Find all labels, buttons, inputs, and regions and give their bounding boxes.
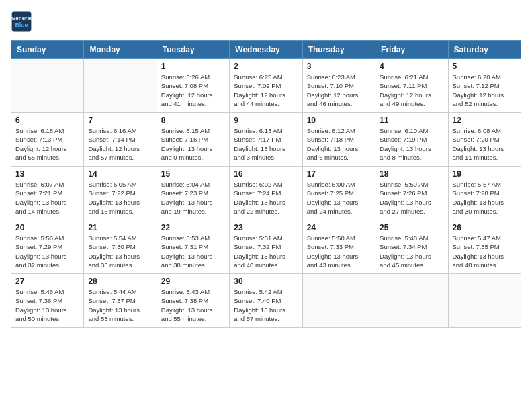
day-number: 20 (15, 223, 79, 232)
day-number: 23 (234, 223, 298, 232)
calendar-cell: 24Sunrise: 5:50 AM Sunset: 7:33 PM Dayli… (302, 220, 375, 274)
calendar-cell (302, 274, 375, 328)
day-info: Sunrise: 6:04 AM Sunset: 7:23 PM Dayligh… (161, 180, 225, 216)
calendar-cell (448, 274, 521, 328)
calendar-cell: 7Sunrise: 6:16 AM Sunset: 7:14 PM Daylig… (84, 113, 157, 167)
week-row-2: 6Sunrise: 6:18 AM Sunset: 7:13 PM Daylig… (11, 113, 521, 167)
calendar-cell: 3Sunrise: 6:23 AM Sunset: 7:10 PM Daylig… (302, 59, 375, 113)
day-info: Sunrise: 5:54 AM Sunset: 7:30 PM Dayligh… (88, 234, 152, 269)
calendar-cell (11, 59, 84, 113)
calendar-cell: 10Sunrise: 6:12 AM Sunset: 7:18 PM Dayli… (302, 113, 375, 167)
calendar-body: 1Sunrise: 6:26 AM Sunset: 7:08 PM Daylig… (11, 59, 521, 328)
day-number: 18 (380, 169, 443, 179)
calendar-cell: 27Sunrise: 5:46 AM Sunset: 7:36 PM Dayli… (11, 274, 84, 328)
day-info: Sunrise: 6:25 AM Sunset: 7:09 PM Dayligh… (234, 73, 298, 108)
calendar-cell: 5Sunrise: 6:20 AM Sunset: 7:12 PM Daylig… (448, 59, 521, 113)
calendar-cell: 14Sunrise: 6:05 AM Sunset: 7:22 PM Dayli… (84, 167, 157, 220)
day-info: Sunrise: 5:59 AM Sunset: 7:26 PM Dayligh… (380, 180, 443, 216)
logo: General Blue (11, 11, 32, 32)
week-row-1: 1Sunrise: 6:26 AM Sunset: 7:08 PM Daylig… (11, 59, 521, 113)
day-number: 7 (88, 116, 152, 125)
weekday-header-sunday: Sunday (11, 41, 84, 59)
day-number: 29 (161, 277, 225, 286)
calendar-cell (84, 59, 157, 113)
day-info: Sunrise: 6:18 AM Sunset: 7:13 PM Dayligh… (15, 126, 79, 162)
day-number: 22 (161, 223, 225, 232)
calendar-cell: 15Sunrise: 6:04 AM Sunset: 7:23 PM Dayli… (157, 167, 229, 220)
day-info: Sunrise: 5:44 AM Sunset: 7:37 PM Dayligh… (88, 287, 152, 323)
day-info: Sunrise: 5:51 AM Sunset: 7:32 PM Dayligh… (234, 234, 298, 269)
calendar-cell: 25Sunrise: 5:48 AM Sunset: 7:34 PM Dayli… (375, 220, 448, 274)
day-info: Sunrise: 5:47 AM Sunset: 7:35 PM Dayligh… (453, 234, 517, 269)
calendar-table: SundayMondayTuesdayWednesdayThursdayFrid… (11, 40, 521, 328)
day-number: 2 (234, 62, 298, 71)
day-number: 21 (88, 223, 152, 232)
calendar-cell: 1Sunrise: 6:26 AM Sunset: 7:08 PM Daylig… (157, 59, 229, 113)
day-number: 5 (453, 62, 517, 71)
calendar-cell: 6Sunrise: 6:18 AM Sunset: 7:13 PM Daylig… (11, 113, 84, 167)
day-info: Sunrise: 6:20 AM Sunset: 7:12 PM Dayligh… (453, 73, 517, 108)
day-number: 28 (88, 277, 152, 286)
day-info: Sunrise: 5:57 AM Sunset: 7:28 PM Dayligh… (453, 180, 517, 216)
day-info: Sunrise: 5:42 AM Sunset: 7:40 PM Dayligh… (234, 287, 298, 323)
calendar-cell: 11Sunrise: 6:10 AM Sunset: 7:19 PM Dayli… (375, 113, 448, 167)
day-number: 3 (307, 62, 371, 71)
day-info: Sunrise: 6:21 AM Sunset: 7:11 PM Dayligh… (380, 73, 443, 108)
calendar-cell: 28Sunrise: 5:44 AM Sunset: 7:37 PM Dayli… (84, 274, 157, 328)
day-info: Sunrise: 5:48 AM Sunset: 7:34 PM Dayligh… (380, 234, 443, 269)
calendar-cell: 8Sunrise: 6:15 AM Sunset: 7:16 PM Daylig… (157, 113, 229, 167)
day-number: 9 (234, 116, 298, 125)
calendar-cell: 23Sunrise: 5:51 AM Sunset: 7:32 PM Dayli… (230, 220, 302, 274)
day-number: 13 (15, 169, 79, 179)
weekday-header-wednesday: Wednesday (230, 41, 302, 59)
calendar-cell: 18Sunrise: 5:59 AM Sunset: 7:26 PM Dayli… (375, 167, 448, 220)
weekday-header-saturday: Saturday (448, 41, 521, 59)
weekday-header-monday: Monday (84, 41, 157, 59)
weekday-header-row: SundayMondayTuesdayWednesdayThursdayFrid… (11, 41, 521, 59)
day-number: 1 (161, 62, 225, 71)
day-number: 14 (88, 169, 152, 179)
day-info: Sunrise: 5:43 AM Sunset: 7:38 PM Dayligh… (161, 287, 225, 323)
day-info: Sunrise: 5:46 AM Sunset: 7:36 PM Dayligh… (15, 287, 79, 323)
day-info: Sunrise: 6:26 AM Sunset: 7:08 PM Dayligh… (161, 73, 225, 108)
day-info: Sunrise: 6:16 AM Sunset: 7:14 PM Dayligh… (88, 126, 152, 162)
calendar-cell: 26Sunrise: 5:47 AM Sunset: 7:35 PM Dayli… (448, 220, 521, 274)
logo-icon: General Blue (11, 11, 32, 32)
day-number: 19 (453, 169, 517, 179)
day-info: Sunrise: 5:56 AM Sunset: 7:29 PM Dayligh… (15, 234, 79, 269)
calendar-cell (375, 274, 448, 328)
day-info: Sunrise: 6:05 AM Sunset: 7:22 PM Dayligh… (88, 180, 152, 216)
svg-text:General: General (11, 15, 32, 21)
day-info: Sunrise: 6:12 AM Sunset: 7:18 PM Dayligh… (307, 126, 371, 162)
calendar-cell: 2Sunrise: 6:25 AM Sunset: 7:09 PM Daylig… (230, 59, 302, 113)
day-number: 26 (453, 223, 517, 232)
day-info: Sunrise: 6:07 AM Sunset: 7:21 PM Dayligh… (15, 180, 79, 216)
day-number: 30 (234, 277, 298, 286)
calendar-cell: 20Sunrise: 5:56 AM Sunset: 7:29 PM Dayli… (11, 220, 84, 274)
calendar-cell: 9Sunrise: 6:13 AM Sunset: 7:17 PM Daylig… (230, 113, 302, 167)
day-info: Sunrise: 6:13 AM Sunset: 7:17 PM Dayligh… (234, 126, 298, 162)
day-number: 10 (307, 116, 371, 125)
page-header: General Blue (11, 11, 521, 32)
weekday-header-tuesday: Tuesday (157, 41, 229, 59)
calendar-cell: 12Sunrise: 6:08 AM Sunset: 7:20 PM Dayli… (448, 113, 521, 167)
calendar-header: SundayMondayTuesdayWednesdayThursdayFrid… (11, 41, 521, 59)
weekday-header-thursday: Thursday (302, 41, 375, 59)
week-row-4: 20Sunrise: 5:56 AM Sunset: 7:29 PM Dayli… (11, 220, 521, 274)
weekday-header-friday: Friday (375, 41, 448, 59)
calendar-cell: 19Sunrise: 5:57 AM Sunset: 7:28 PM Dayli… (448, 167, 521, 220)
svg-text:Blue: Blue (15, 21, 28, 28)
day-number: 24 (307, 223, 371, 232)
day-info: Sunrise: 6:00 AM Sunset: 7:25 PM Dayligh… (307, 180, 371, 216)
calendar-cell: 4Sunrise: 6:21 AM Sunset: 7:11 PM Daylig… (375, 59, 448, 113)
week-row-3: 13Sunrise: 6:07 AM Sunset: 7:21 PM Dayli… (11, 167, 521, 220)
day-number: 15 (161, 169, 225, 179)
calendar-cell: 16Sunrise: 6:02 AM Sunset: 7:24 PM Dayli… (230, 167, 302, 220)
calendar-cell: 30Sunrise: 5:42 AM Sunset: 7:40 PM Dayli… (230, 274, 302, 328)
day-number: 4 (380, 62, 443, 71)
day-number: 11 (380, 116, 443, 125)
day-number: 16 (234, 169, 298, 179)
day-info: Sunrise: 6:02 AM Sunset: 7:24 PM Dayligh… (234, 180, 298, 216)
day-info: Sunrise: 6:10 AM Sunset: 7:19 PM Dayligh… (380, 126, 443, 162)
day-number: 17 (307, 169, 371, 179)
